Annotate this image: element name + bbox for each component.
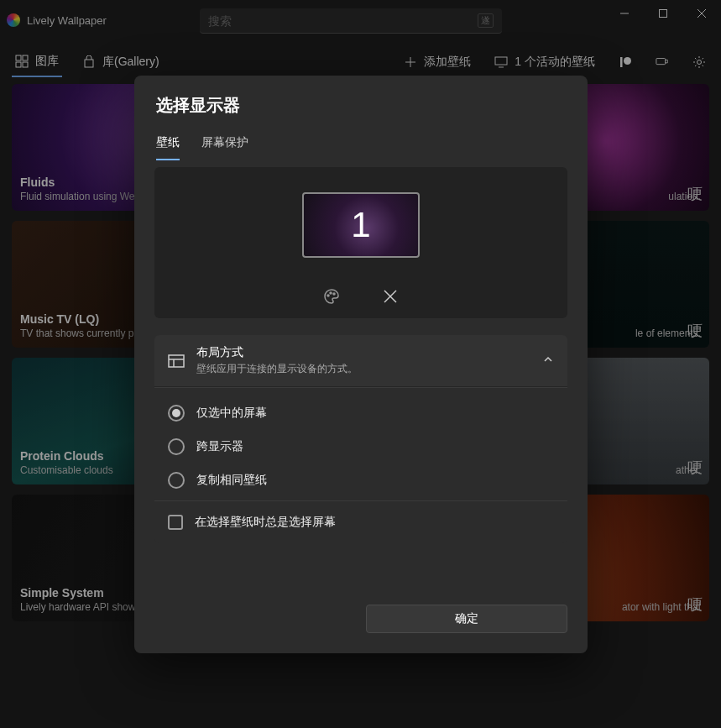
checkbox-label: 在选择壁纸时总是选择屏幕 [195,515,336,530]
checkbox-indicator [168,515,183,530]
layout-title: 布局方式 [196,345,530,360]
customize-button[interactable] [323,288,340,305]
layout-icon [168,353,185,369]
layout-radio-group: 仅选中的屏幕 跨显示器 复制相同壁纸 [154,387,567,500]
tab-wallpaper[interactable]: 壁纸 [156,135,180,160]
dialog-header: 选择显示器 [134,76,588,125]
monitor-thumbnail[interactable]: 1 [302,192,420,258]
ok-label: 确定 [455,611,478,626]
dialog-title: 选择显示器 [156,94,566,117]
dialog-footer: 确定 [134,589,588,653]
svg-point-19 [333,293,335,295]
chevron-up-icon [542,354,554,369]
radio-span-displays[interactable]: 跨显示器 [168,432,554,462]
palette-icon [323,288,340,305]
monitor-number: 1 [351,205,370,245]
radio-label: 复制相同壁纸 [196,473,267,488]
radio-duplicate[interactable]: 复制相同壁纸 [168,465,554,495]
radio-label: 仅选中的屏幕 [196,406,267,421]
layout-desc: 壁纸应用于连接的显示设备的方式。 [196,362,530,376]
close-icon [384,290,397,303]
svg-point-17 [327,295,329,296]
layout-setting-header[interactable]: 布局方式 壁纸应用于连接的显示设备的方式。 [154,335,567,387]
display-preview-panel: 1 [154,167,567,318]
svg-point-18 [330,292,332,294]
always-select-checkbox[interactable]: 在选择壁纸时总是选择屏幕 [168,515,554,530]
remove-button[interactable] [382,288,399,305]
svg-rect-22 [169,355,184,367]
tab-screensaver[interactable]: 屏幕保护 [201,135,248,160]
radio-selected-screen[interactable]: 仅选中的屏幕 [168,398,554,428]
radio-indicator [168,405,185,422]
display-selector-dialog: 选择显示器 壁纸 屏幕保护 1 布局方式 壁纸应用于连接的显示设备的方式。 [134,76,588,653]
radio-indicator [168,472,185,489]
radio-label: 跨显示器 [196,439,243,454]
radio-indicator [168,438,185,455]
dialog-tabs: 壁纸 屏幕保护 [134,125,588,160]
ok-button[interactable]: 确定 [366,605,567,633]
